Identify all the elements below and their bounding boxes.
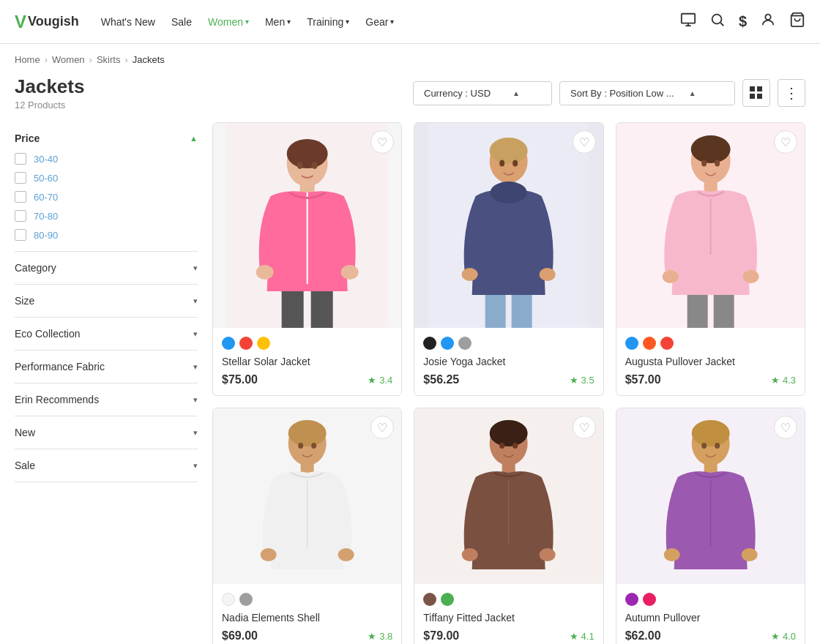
swatch-3-1[interactable] <box>239 593 253 606</box>
wishlist-button-5[interactable]: ♡ <box>774 416 797 439</box>
sort-selector[interactable]: Sort By : Position Low ... ▲ <box>559 81 735 105</box>
breadcrumb-current: Jackets <box>133 54 165 65</box>
price-option-80-90[interactable]: 80-90 <box>15 229 198 241</box>
svg-rect-10 <box>757 94 762 99</box>
swatch-4-0[interactable] <box>423 593 436 606</box>
sort-arrow-icon: ▲ <box>689 89 696 97</box>
svg-point-55 <box>490 420 528 446</box>
grid-view-button[interactable] <box>742 79 770 107</box>
sale-chevron-icon: ▾ <box>193 461 198 471</box>
size-filter-header[interactable]: Size ▾ <box>15 295 198 307</box>
price-option-50-60[interactable]: 50-60 <box>15 172 198 184</box>
sale-filter-label: Sale <box>15 460 35 471</box>
swatch-5-1[interactable] <box>643 593 656 606</box>
new-filter-header[interactable]: New ▾ <box>15 427 198 438</box>
wishlist-button-2[interactable]: ♡ <box>774 130 797 154</box>
svg-rect-18 <box>282 291 304 328</box>
erin-recommends-filter-label: Erin Recommends <box>15 394 99 405</box>
nav-sale[interactable]: Sale <box>171 16 192 28</box>
price-option-70-80[interactable]: 70-80 <box>15 210 198 222</box>
currency-label: Currency : USD <box>424 88 491 99</box>
product-image-4: ♡ <box>414 408 603 584</box>
product-price-row-1: $56.25 ★ 3.5 <box>423 373 594 386</box>
nav-whats-new[interactable]: What's New <box>101 16 155 28</box>
nav-training[interactable]: Training ▾ <box>307 16 349 28</box>
checkbox-60-70[interactable] <box>15 191 26 203</box>
performance-fabric-filter-section: Performance Fabric ▾ <box>15 351 198 383</box>
swatch-2-2[interactable] <box>660 337 674 350</box>
wishlist-button-4[interactable]: ♡ <box>573 416 596 439</box>
nav-men[interactable]: Men ▾ <box>265 16 291 28</box>
svg-rect-19 <box>311 291 333 328</box>
product-price-4: $79.00 <box>423 629 459 643</box>
nav-gear[interactable]: Gear ▾ <box>365 16 394 28</box>
product-image-5: ♡ <box>616 408 805 584</box>
sale-filter-header[interactable]: Sale ▾ <box>15 460 198 471</box>
svg-point-67 <box>663 548 679 561</box>
price-option-60-70[interactable]: 60-70 <box>15 191 198 203</box>
product-info-1: Josie Yoga Jacket $56.25 ★ 3.5 <box>414 328 603 395</box>
price-filter-header[interactable]: Price ▲ <box>15 132 198 144</box>
checkbox-80-90[interactable] <box>15 229 26 241</box>
price-label-50-60: 50-60 <box>34 173 58 184</box>
nav-women[interactable]: Women ▾ <box>208 16 249 28</box>
product-image-0: ♡ <box>213 123 401 328</box>
product-name-4: Tiffany Fitted Jacket <box>423 612 594 624</box>
product-card-1: ♡ Josie Yoga Jacket $56.25 ★ 3.5 <box>414 122 603 396</box>
more-options-button[interactable]: ⋮ <box>778 79 805 107</box>
swatch-1-0[interactable] <box>423 337 436 350</box>
new-filter-label: New <box>15 427 35 438</box>
color-swatches-5 <box>625 593 796 606</box>
eco-collection-filter-header[interactable]: Eco Collection ▾ <box>15 328 198 340</box>
product-image-1: ♡ <box>414 123 603 328</box>
swatch-4-1[interactable] <box>441 593 454 606</box>
size-filter-section: Size ▾ <box>15 285 198 318</box>
category-filter-header[interactable]: Category ▾ <box>15 262 198 274</box>
erin-recommends-filter-header[interactable]: Erin Recommends ▾ <box>15 394 198 405</box>
performance-fabric-chevron-icon: ▾ <box>193 362 198 372</box>
breadcrumb-home[interactable]: Home <box>15 54 40 65</box>
store-icon[interactable] <box>680 12 696 31</box>
swatch-0-0[interactable] <box>222 337 235 350</box>
logo[interactable]: V Vougish <box>15 12 79 32</box>
checkbox-30-40[interactable] <box>15 153 26 165</box>
swatch-5-0[interactable] <box>625 593 638 606</box>
category-filter-section: Category ▾ <box>15 252 198 285</box>
swatch-1-1[interactable] <box>441 337 454 350</box>
price-option-30-40[interactable]: 30-40 <box>15 153 198 165</box>
swatch-2-1[interactable] <box>643 337 656 350</box>
product-rating-2: ★ 4.3 <box>771 375 796 386</box>
breadcrumb-skirts[interactable]: Skirts <box>97 54 121 65</box>
swatch-0-1[interactable] <box>239 337 253 350</box>
product-name-0: Stellar Solar Jacket <box>222 356 392 367</box>
swatch-0-2[interactable] <box>257 337 270 350</box>
breadcrumb-women[interactable]: Women <box>52 54 85 65</box>
product-name-1: Josie Yoga Jacket <box>423 356 594 367</box>
checkbox-50-60[interactable] <box>15 172 26 184</box>
price-filter-section: Price ▲ 30-40 50-60 60-70 70-80 <box>15 122 198 252</box>
header-icons: $ <box>680 12 805 31</box>
svg-point-64 <box>691 420 729 446</box>
price-label-70-80: 70-80 <box>34 211 58 222</box>
user-icon[interactable] <box>760 12 776 31</box>
wishlist-button-1[interactable]: ♡ <box>573 130 596 154</box>
svg-point-50 <box>338 548 354 561</box>
star-icon-4: ★ <box>570 631 578 642</box>
performance-fabric-filter-label: Performance Fabric <box>15 361 105 372</box>
product-price-row-3: $69.00 ★ 3.8 <box>222 629 392 643</box>
eco-collection-filter-label: Eco Collection <box>15 328 81 340</box>
svg-rect-7 <box>750 86 755 91</box>
swatch-2-0[interactable] <box>625 337 638 350</box>
size-chevron-icon: ▾ <box>193 296 198 306</box>
currency-selector[interactable]: Currency : USD ▲ <box>413 81 552 105</box>
search-icon[interactable] <box>709 12 726 31</box>
svg-point-17 <box>341 265 359 280</box>
swatch-3-0[interactable] <box>222 593 235 606</box>
dollar-icon[interactable]: $ <box>739 13 747 30</box>
swatch-1-2[interactable] <box>458 337 471 350</box>
breadcrumb-sep3: › <box>124 54 127 65</box>
checkbox-70-80[interactable] <box>15 210 26 222</box>
cart-icon[interactable] <box>789 12 805 31</box>
price-label-80-90: 80-90 <box>34 230 58 241</box>
performance-fabric-filter-header[interactable]: Performance Fabric ▾ <box>15 361 198 372</box>
